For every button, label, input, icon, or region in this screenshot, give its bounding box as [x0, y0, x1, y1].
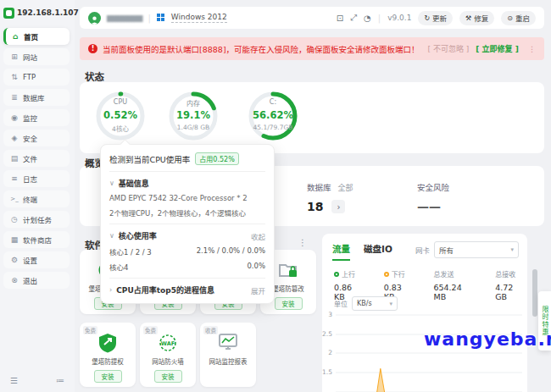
sidebar-item-label: 软件商店 — [23, 235, 52, 245]
app-card[interactable]: 收费 网站监控报表 — [200, 323, 256, 387]
refresh-icon: ↻ — [424, 14, 430, 22]
sidebar-item-website[interactable]: ⊞ 网站 — [3, 48, 70, 65]
app-card[interactable]: 免费 堡塔防提权 安装 — [80, 323, 136, 387]
sidebar-item-cron[interactable]: ◷ 计划任务 — [3, 211, 70, 228]
chevron-down-icon[interactable]: ∨ — [109, 232, 114, 240]
overview-database: 数据库 全部 18 › — [307, 181, 353, 213]
chevron-right-icon[interactable]: › — [331, 200, 345, 213]
chevron-right-icon[interactable]: › — [109, 286, 112, 294]
cpu-detail: 2个物理CPU，2个物理核心，4个逻辑核心 — [109, 207, 265, 218]
sidebar-item-logs[interactable]: ≡ 日志 — [3, 170, 70, 187]
cpu-usage-badge: 占用0.52% — [195, 152, 238, 165]
user-avatar[interactable] — [88, 12, 101, 25]
install-button[interactable]: 安装 — [275, 297, 303, 310]
security-alert-banner: ! 当前面板使用的是默认端口[8888]，可能存在入侵风险，确保面板安全请修改面… — [80, 37, 544, 60]
alert-fix-link[interactable]: [ 立即修复 ] — [476, 43, 519, 54]
database-all-link[interactable]: 全部 — [338, 182, 353, 193]
gauge-label: C: — [246, 98, 300, 106]
traffic-chart-plot — [322, 313, 527, 392]
security-shield-icon: ◈ — [10, 134, 19, 142]
stat-total-received: 总接收 4.72 GB — [495, 269, 527, 301]
expand-link[interactable]: 展开 — [251, 285, 265, 295]
terminal-icon: >_ — [10, 196, 19, 202]
chevron-down-icon[interactable]: ∨ — [109, 179, 114, 187]
sidebar-item-files[interactable]: ▤ 文件 — [3, 150, 70, 167]
report-monitor-icon — [200, 333, 256, 353]
sidebar-footer: ☰ ≔ — [0, 376, 75, 385]
sidebar-item-home[interactable]: ⌂ 首页 — [3, 28, 70, 45]
stat-label: 总发送 — [433, 269, 454, 279]
gauge-percent: 19.1% — [166, 109, 220, 121]
panel-version[interactable]: v9.0.1 — [387, 14, 411, 22]
traffic-chart[interactable]: 3 2.5 2 1.5 — [322, 313, 527, 392]
collapse-menu-icon[interactable]: ☰ — [10, 376, 18, 385]
shield-tool-icon — [80, 333, 136, 353]
nic-selected-value: 所有 — [439, 245, 454, 255]
stat-label: 下行 — [392, 269, 405, 279]
database-count[interactable]: 18 — [307, 200, 323, 213]
sidebar-item-label: 网站 — [23, 52, 37, 62]
app-name: 堡塔防提权 — [80, 356, 136, 366]
down-dot-icon — [384, 272, 389, 277]
update-button[interactable]: ↻ 更新 — [418, 11, 453, 25]
alert-more-icon[interactable]: ⋮ — [528, 45, 536, 53]
basic-info-section-title[interactable]: 基础信息 — [119, 178, 149, 189]
update-label: 更新 — [432, 13, 447, 23]
y-tick: 3 — [317, 311, 332, 318]
sidebar-item-logout[interactable]: ⊗ 退出 — [3, 272, 70, 289]
restart-button[interactable]: ⊙ 重启 — [501, 11, 536, 25]
core-usage-section-title[interactable]: 核心使用率 — [119, 230, 157, 241]
sidebar-item-label: 数据库 — [23, 92, 45, 102]
core-names: 核心4 — [109, 262, 128, 272]
core-values: 0.0% — [247, 262, 265, 272]
sidebar-item-appstore[interactable]: ▦ 软件商店 — [3, 231, 70, 248]
panel-window-icon[interactable]: ⊡ — [337, 14, 343, 23]
core-usage-row: 核心4 0.0% — [109, 262, 265, 272]
sidebar-item-database[interactable]: ≣ 数据库 — [3, 89, 70, 106]
software-more-icon[interactable]: ⋮ — [298, 238, 307, 247]
username-masked[interactable]: ▆▆▆▆▆▆▆ — [107, 14, 142, 22]
scrollbar-thumb[interactable] — [532, 269, 537, 317]
overview-risk: 安全风险 —— — [417, 181, 449, 213]
divider: | — [147, 14, 150, 23]
unit-select[interactable]: KB/s ▾ — [352, 296, 398, 311]
core-values: 2.1% / 0.0% / 0.0% — [197, 246, 265, 257]
tab-disk-io[interactable]: 磁盘IO — [364, 242, 392, 261]
fullscreen-icon[interactable]: ⤢ — [350, 13, 357, 23]
alert-icon: ! — [88, 44, 97, 53]
svg-text:WAF: WAF — [161, 340, 175, 347]
nic-select[interactable]: 所有 ▾ — [434, 241, 519, 258]
watermark: wangyeba.net — [424, 329, 551, 350]
nic-label: 网卡 — [415, 245, 430, 255]
gauge-percent: 0.52% — [93, 109, 147, 121]
tab-traffic[interactable]: 流量 — [332, 242, 350, 261]
logs-icon: ≡ — [10, 174, 19, 183]
sidebar-item-settings[interactable]: ⚙ 设置 — [3, 251, 70, 268]
sidebar-item-label: 首页 — [24, 31, 38, 41]
cpu-model: AMD EPYC 7542 32-Core Processor * 2 — [109, 194, 265, 202]
sidebar-item-ftp[interactable]: ⇅ FTP — [3, 69, 70, 86]
sidebar-item-label: 日志 — [23, 174, 37, 184]
gauge-label: CPU — [93, 98, 147, 106]
collapse-link[interactable]: 收起 — [251, 231, 265, 241]
app-card[interactable]: 免费 WAF 网站防火墙 安装 — [140, 323, 196, 387]
gauge-percent: 56.62% — [246, 109, 300, 121]
sidebar-item-security[interactable]: ◈ 安全 — [3, 130, 70, 146]
gauge-sub: 45.1/79.7GB — [246, 124, 300, 131]
install-button[interactable]: 安装 — [94, 370, 122, 383]
sidebar-item-label: 终端 — [23, 194, 37, 204]
sidebar-item-monitor[interactable]: ◉ 监控 — [3, 109, 70, 126]
menu-layout-icon[interactable]: ≔ — [56, 376, 64, 385]
repair-button[interactable]: ⚒ 修复 — [459, 11, 494, 25]
os-label[interactable]: Windows 2012 — [171, 13, 227, 23]
cpu-gauge[interactable]: CPU 0.52% 4核心 — [93, 89, 147, 143]
alarm-icon[interactable]: ◔ — [364, 14, 371, 23]
memory-gauge[interactable]: 内存 19.1% 1.4G/8 GB — [166, 89, 220, 143]
install-button[interactable]: 安装 — [154, 370, 182, 383]
disk-c-gauge[interactable]: C: 56.62% 45.1/79.7GB — [246, 89, 300, 143]
sidebar-item-label: 安全 — [23, 133, 37, 143]
sidebar-item-terminal[interactable]: >_ 终端 — [3, 190, 70, 207]
sidebar-item-label: 退出 — [23, 275, 37, 285]
popover-title: 检测到当前CPU使用率 — [109, 153, 190, 165]
top5-section-title[interactable]: CPU占用率top5的进程信息 — [116, 284, 214, 295]
